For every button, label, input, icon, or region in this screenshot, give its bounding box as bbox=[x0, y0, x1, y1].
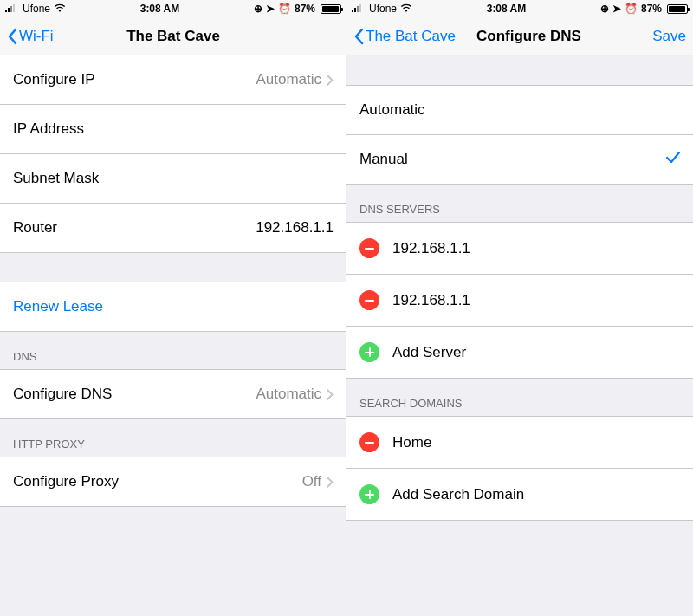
screen-wifi-detail: Ufone 3:08 AM ⊕ ➤ ⏰ 87% Wi-Fi The Bat Ca… bbox=[0, 0, 346, 616]
row-label: Automatic bbox=[359, 101, 425, 119]
row-label: 192.168.1.1 bbox=[392, 292, 470, 309]
status-bar: Ufone 3:08 AM ⊕ ➤ ⏰ 87% bbox=[0, 0, 346, 17]
row-value: Automatic bbox=[112, 386, 327, 403]
section-header-proxy: HTTP PROXY bbox=[0, 418, 346, 457]
wifi-icon bbox=[400, 3, 412, 15]
location-icon: ➤ bbox=[266, 3, 275, 15]
row-dns-server[interactable]: 192.168.1.1 bbox=[346, 274, 693, 327]
delete-icon[interactable] bbox=[359, 432, 379, 452]
svg-rect-1 bbox=[8, 8, 10, 12]
row-subnet[interactable]: Subnet Mask bbox=[0, 153, 346, 204]
row-ip-address[interactable]: IP Address bbox=[0, 104, 346, 154]
chevron-left-icon bbox=[353, 28, 364, 45]
section-header-dns: DNS bbox=[0, 331, 346, 369]
lock-rotation-icon: ⊕ bbox=[600, 3, 609, 15]
signal-bars-icon bbox=[5, 3, 19, 15]
carrier-label: Ufone bbox=[23, 3, 50, 15]
row-configure-ip[interactable]: Configure IP Automatic bbox=[0, 55, 346, 105]
back-button[interactable]: Wi-Fi bbox=[7, 28, 54, 45]
row-label: Renew Lease bbox=[13, 298, 103, 315]
spacer bbox=[0, 252, 346, 282]
section-header-dns-servers: DNS SERVERS bbox=[346, 184, 693, 222]
save-button[interactable]: Save bbox=[652, 28, 686, 45]
row-label: Add Search Domain bbox=[392, 486, 524, 503]
chevron-left-icon bbox=[7, 28, 17, 45]
renew-lease-button[interactable]: Renew Lease bbox=[0, 282, 346, 332]
content-list: Configure IP Automatic IP Address Subnet… bbox=[0, 55, 346, 507]
row-dns-server[interactable]: 192.168.1.1 bbox=[346, 222, 693, 275]
screen-configure-dns: Ufone 3:08 AM ⊕ ➤ ⏰ 87% The Bat Cave Con… bbox=[346, 0, 693, 616]
row-label: Configure DNS bbox=[13, 386, 112, 403]
row-manual[interactable]: Manual bbox=[346, 134, 693, 185]
row-value: Off bbox=[119, 473, 327, 490]
alarm-icon: ⏰ bbox=[625, 3, 638, 15]
battery-icon bbox=[321, 4, 341, 14]
svg-rect-2 bbox=[10, 6, 12, 12]
row-label: Home bbox=[392, 434, 431, 451]
row-label: Manual bbox=[359, 151, 408, 168]
checkmark-icon bbox=[666, 151, 680, 168]
row-label: 192.168.1.1 bbox=[392, 240, 470, 257]
delete-icon[interactable] bbox=[359, 238, 379, 258]
location-icon: ➤ bbox=[612, 3, 621, 15]
nav-bar: The Bat Cave Configure DNS Save bbox=[346, 17, 693, 55]
lock-rotation-icon: ⊕ bbox=[254, 3, 262, 15]
row-label: Configure IP bbox=[13, 71, 95, 88]
row-automatic[interactable]: Automatic bbox=[346, 85, 693, 135]
back-label: Wi-Fi bbox=[19, 28, 54, 45]
content-list: Automatic Manual DNS SERVERS 192.168.1.1… bbox=[346, 55, 693, 521]
battery-pct: 87% bbox=[295, 3, 315, 15]
nav-bar: Wi-Fi The Bat Cave bbox=[0, 17, 346, 55]
row-value: 192.168.1.1 bbox=[57, 219, 334, 237]
add-icon[interactable] bbox=[359, 342, 379, 362]
wifi-icon bbox=[54, 3, 66, 15]
back-button[interactable]: The Bat Cave bbox=[353, 28, 456, 45]
status-time: 3:08 AM bbox=[412, 3, 600, 15]
svg-rect-5 bbox=[354, 8, 356, 12]
alarm-icon: ⏰ bbox=[278, 3, 291, 15]
svg-rect-3 bbox=[13, 4, 15, 12]
row-label: Router bbox=[13, 219, 57, 237]
row-configure-dns[interactable]: Configure DNS Automatic bbox=[0, 369, 346, 419]
row-label: IP Address bbox=[13, 120, 84, 138]
delete-icon[interactable] bbox=[359, 290, 379, 310]
row-configure-proxy[interactable]: Configure Proxy Off bbox=[0, 457, 346, 507]
status-time: 3:08 AM bbox=[66, 3, 254, 15]
carrier-label: Ufone bbox=[369, 3, 397, 15]
svg-rect-0 bbox=[5, 10, 7, 12]
row-add-server[interactable]: Add Server bbox=[346, 326, 693, 379]
signal-bars-icon bbox=[352, 3, 366, 15]
battery-icon bbox=[667, 4, 688, 14]
row-router[interactable]: Router 192.168.1.1 bbox=[0, 203, 346, 253]
svg-rect-6 bbox=[357, 6, 359, 12]
spacer bbox=[346, 55, 693, 85]
back-label: The Bat Cave bbox=[366, 28, 456, 45]
chevron-right-icon bbox=[327, 75, 334, 86]
battery-pct: 87% bbox=[641, 3, 662, 15]
add-icon[interactable] bbox=[359, 484, 379, 504]
row-label: Subnet Mask bbox=[13, 170, 99, 187]
chevron-right-icon bbox=[327, 389, 334, 400]
row-search-domain[interactable]: Home bbox=[346, 416, 693, 469]
section-header-search-domains: SEARCH DOMAINS bbox=[346, 378, 693, 416]
row-label: Add Server bbox=[392, 344, 466, 361]
chevron-right-icon bbox=[327, 477, 334, 488]
row-value: Automatic bbox=[95, 71, 327, 88]
svg-rect-4 bbox=[352, 10, 353, 12]
row-add-search-domain[interactable]: Add Search Domain bbox=[346, 468, 693, 521]
svg-rect-7 bbox=[359, 4, 361, 12]
status-bar: Ufone 3:08 AM ⊕ ➤ ⏰ 87% bbox=[346, 0, 693, 17]
row-label: Configure Proxy bbox=[13, 473, 119, 490]
